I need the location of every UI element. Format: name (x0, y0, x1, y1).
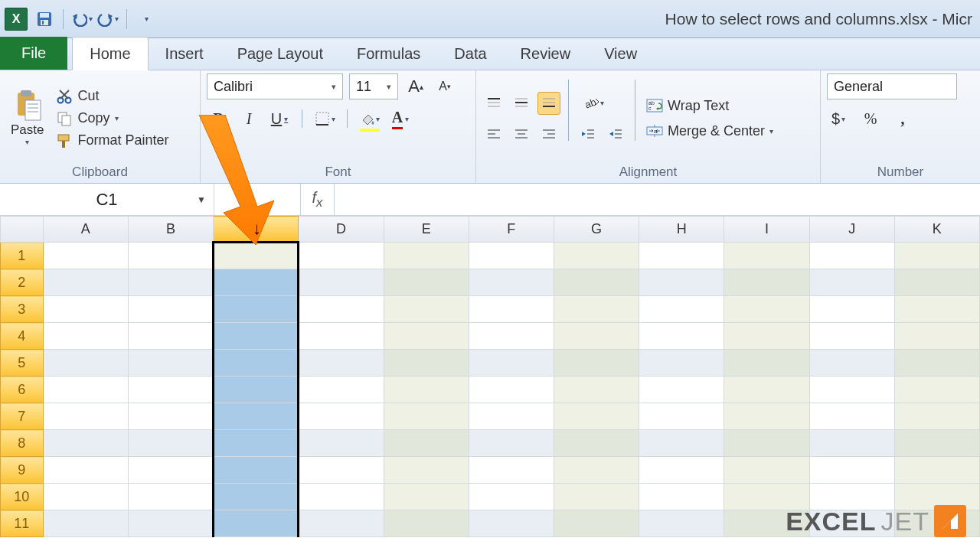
cell-F5[interactable] (469, 350, 554, 377)
row-header-6[interactable]: 6 (1, 377, 44, 403)
font-name-combo[interactable]: Calibri▾ (207, 73, 343, 99)
tab-view[interactable]: View (587, 37, 654, 70)
column-header-I[interactable]: I (724, 217, 809, 243)
cell-G1[interactable] (554, 243, 639, 269)
fill-color-button[interactable]: ▾ (358, 107, 381, 130)
paste-button[interactable]: Paste ▾ (6, 73, 48, 163)
cell-F9[interactable] (469, 457, 554, 484)
cell-I4[interactable] (724, 323, 809, 350)
cell-D2[interactable] (299, 269, 384, 296)
cell-B9[interactable] (128, 457, 213, 484)
cell-A10[interactable] (43, 484, 128, 510)
cell-D4[interactable] (299, 323, 384, 350)
cell-K1[interactable] (894, 243, 979, 269)
cell-C7[interactable] (214, 403, 299, 430)
cell-A2[interactable] (43, 269, 128, 296)
cell-G3[interactable] (554, 296, 639, 323)
align-right-button[interactable] (537, 122, 560, 145)
align-left-button[interactable] (482, 122, 505, 145)
cell-F11[interactable] (469, 510, 554, 537)
cell-I8[interactable] (724, 430, 809, 457)
cell-B10[interactable] (128, 484, 213, 510)
cell-J5[interactable] (809, 350, 894, 377)
cell-C6[interactable] (214, 377, 299, 403)
qat-customize-button[interactable]: ▾ (135, 8, 156, 30)
cell-D7[interactable] (299, 403, 384, 430)
align-top-button[interactable] (482, 92, 505, 115)
cell-G7[interactable] (554, 403, 639, 430)
cell-D11[interactable] (299, 510, 384, 537)
cell-H8[interactable] (639, 430, 724, 457)
copy-dropdown-icon[interactable]: ▾ (115, 114, 119, 122)
cell-C2[interactable] (214, 269, 299, 296)
underline-button[interactable]: U▾ (268, 107, 291, 130)
cell-D3[interactable] (299, 296, 384, 323)
cell-C8[interactable] (214, 430, 299, 457)
cell-J2[interactable] (809, 269, 894, 296)
cell-J9[interactable] (809, 457, 894, 484)
cell-J3[interactable] (809, 296, 894, 323)
cell-H5[interactable] (639, 350, 724, 377)
align-bottom-button[interactable] (537, 92, 560, 115)
cell-H4[interactable] (639, 323, 724, 350)
cell-K7[interactable] (894, 403, 979, 430)
cell-I1[interactable] (724, 243, 809, 269)
borders-button[interactable]: ▾ (313, 107, 336, 130)
cell-H9[interactable] (639, 457, 724, 484)
cell-H6[interactable] (639, 377, 724, 403)
cell-A7[interactable] (43, 403, 128, 430)
cut-button[interactable]: Cut (53, 86, 172, 106)
column-header-E[interactable]: E (384, 217, 469, 243)
increase-indent-button[interactable] (604, 122, 627, 145)
cell-H10[interactable] (639, 484, 724, 510)
row-header-2[interactable]: 2 (1, 269, 44, 296)
cell-E3[interactable] (384, 296, 469, 323)
cell-K6[interactable] (894, 377, 979, 403)
cell-A5[interactable] (43, 350, 128, 377)
cell-G11[interactable] (554, 510, 639, 537)
tab-insert[interactable]: Insert (149, 37, 220, 70)
cell-K8[interactable] (894, 430, 979, 457)
cell-B7[interactable] (128, 403, 213, 430)
number-format-combo[interactable]: General (827, 73, 957, 99)
cell-J6[interactable] (809, 377, 894, 403)
cell-B4[interactable] (128, 323, 213, 350)
cell-C3[interactable] (214, 296, 299, 323)
tab-home[interactable]: Home (72, 37, 148, 70)
row-header-4[interactable]: 4 (1, 323, 44, 350)
cell-B5[interactable] (128, 350, 213, 377)
paste-dropdown-icon[interactable]: ▾ (25, 138, 29, 146)
grow-font-button[interactable]: A▴ (404, 75, 427, 98)
cell-F10[interactable] (469, 484, 554, 510)
cell-F1[interactable] (469, 243, 554, 269)
comma-button[interactable]: , (891, 107, 914, 130)
cell-G6[interactable] (554, 377, 639, 403)
cell-B6[interactable] (128, 377, 213, 403)
cell-C4[interactable] (214, 323, 299, 350)
column-header-H[interactable]: H (639, 217, 724, 243)
tab-file[interactable]: File (0, 37, 67, 70)
cell-A4[interactable] (43, 323, 128, 350)
redo-button[interactable]: ▾ (97, 8, 119, 30)
undo-button[interactable]: ▾ (71, 8, 93, 30)
format-painter-button[interactable]: Format Painter (53, 131, 172, 150)
cell-F8[interactable] (469, 430, 554, 457)
cell-C9[interactable] (214, 457, 299, 484)
select-all-corner[interactable] (1, 217, 44, 243)
column-header-J[interactable]: J (809, 217, 894, 243)
cell-E8[interactable] (384, 430, 469, 457)
tab-formulas[interactable]: Formulas (340, 37, 437, 70)
cell-E6[interactable] (384, 377, 469, 403)
currency-button[interactable]: $▾ (827, 107, 850, 130)
shrink-font-button[interactable]: A▾ (433, 75, 456, 98)
cell-D6[interactable] (299, 377, 384, 403)
font-color-button[interactable]: A▾ (389, 107, 412, 130)
cell-H3[interactable] (639, 296, 724, 323)
column-header-G[interactable]: G (554, 217, 639, 243)
wrap-text-button[interactable]: abc Wrap Text (643, 96, 776, 116)
cell-I5[interactable] (724, 350, 809, 377)
cell-G5[interactable] (554, 350, 639, 377)
cell-G2[interactable] (554, 269, 639, 296)
cell-D5[interactable] (299, 350, 384, 377)
row-header-9[interactable]: 9 (1, 457, 44, 484)
